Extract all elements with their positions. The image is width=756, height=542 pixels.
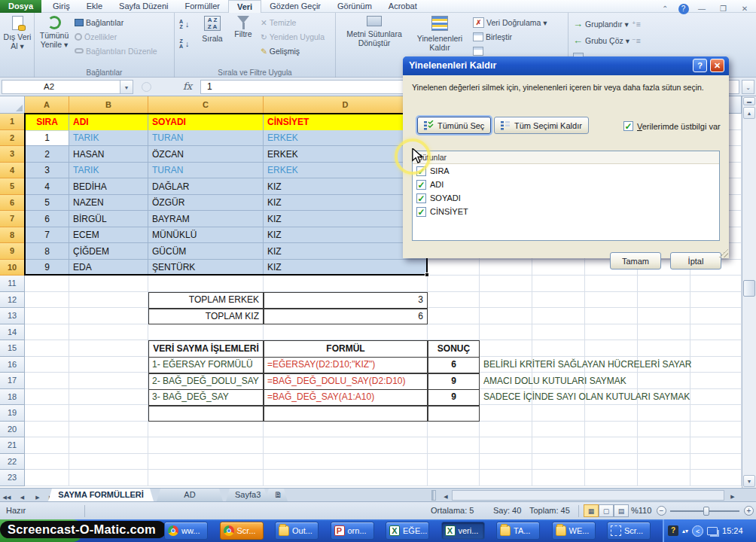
row-header-16[interactable]: 16 (0, 357, 25, 373)
unselect-all-button[interactable]: Tüm Seçimi Kaldır (494, 117, 589, 134)
cell-B5[interactable]: BEDİHA (70, 178, 148, 195)
page-layout-view-icon[interactable]: ▢ (599, 504, 614, 517)
cell-B6[interactable]: NAZEN (70, 195, 148, 212)
ribbon-tab-gözden-geçir[interactable]: Gözden Geçir (261, 0, 329, 13)
row-header-21[interactable]: 21 (0, 437, 25, 454)
fx-icon[interactable]: fx (183, 81, 192, 92)
cell-B9[interactable]: ÇİĞDEM (70, 243, 148, 260)
zoom-slider-thumb[interactable] (703, 507, 709, 516)
cell-C16[interactable]: 1- EĞERSAY FORMÜLÜ (149, 357, 263, 373)
collapse-tray-icon[interactable]: < (692, 525, 703, 537)
ribbon-tab-sayfa-düzeni[interactable]: Sayfa Düzeni (111, 0, 176, 13)
cell-D17[interactable]: =BAĞ_DEĞ_DOLU_SAY(D2:D10) (264, 373, 427, 389)
sort-button[interactable]: A ZZ A Sırala (197, 16, 227, 43)
sheet-tab-sayma-formülleri̇[interactable]: SAYMA FORMÜLLERİ (48, 489, 154, 501)
advanced-button[interactable]: ✎Gelişmiş (261, 44, 300, 57)
checkbox-checked-icon[interactable]: ✓ (416, 180, 426, 190)
close-button[interactable]: ✕ (736, 4, 753, 14)
column-header-B[interactable]: B (69, 96, 148, 114)
cell-C5[interactable]: DAĞLAR (149, 178, 263, 195)
cell-B7[interactable]: BİRGÜL (70, 211, 148, 227)
row-header-10[interactable]: 10 (0, 260, 25, 276)
window-resize-corner[interactable] (738, 489, 756, 502)
row-header-20[interactable]: 20 (0, 422, 25, 438)
get-external-data-button[interactable]: Dış Veri Al ▾ (2, 16, 32, 50)
hide-icons-icon[interactable]: ▴▾ (682, 528, 688, 534)
row-header-12[interactable]: 12 (0, 292, 25, 309)
cell-B4[interactable]: TARIK (70, 163, 148, 179)
ungroup-button[interactable]: ←Grubu Çöz ▾ (573, 34, 629, 47)
collapse-ribbon-icon[interactable]: ⌃ (657, 4, 673, 14)
row-header-4[interactable]: 4 (0, 163, 25, 179)
row-header-22[interactable]: 22 (0, 454, 25, 470)
taskbar-button-3-ppt[interactable]: Porn... (331, 522, 374, 540)
taskbar-button-4-excel[interactable]: XEĞE... (386, 522, 429, 540)
row-header-15[interactable]: 15 (0, 340, 25, 357)
v-split-handle[interactable]: ▬ (743, 97, 755, 105)
row-header-23[interactable]: 23 (0, 470, 25, 486)
row-header-6[interactable]: 6 (0, 195, 25, 212)
taskbar-button-7-folder[interactable]: WE... (552, 522, 596, 540)
ribbon-tab-formüller[interactable]: Formüller (176, 0, 227, 13)
dialog-resize-grip[interactable] (719, 248, 728, 257)
taskbar-button-8-dashed[interactable]: Scr... (607, 522, 651, 540)
dialog-column-item-sira[interactable]: ✓SIRA (413, 164, 719, 178)
ribbon-tab-ekle[interactable]: Ekle (78, 0, 111, 13)
column-header-A[interactable]: A (25, 96, 69, 114)
dialog-column-item-soyadi[interactable]: ✓SOYADI (413, 191, 719, 205)
scroll-right-icon[interactable]: ▶ (727, 492, 738, 502)
zoom-in-icon[interactable]: + (744, 506, 754, 516)
hide-detail-icon[interactable]: ⁻≡ (632, 34, 641, 47)
cell-E16[interactable]: 6 (428, 357, 479, 373)
page-break-view-icon[interactable]: ▤ (614, 504, 629, 517)
cell-A3[interactable]: 2 (26, 146, 69, 163)
filter-button[interactable]: Filtre (229, 16, 258, 38)
my-data-has-headers-checkbox[interactable]: ✓ Verilerimde üstbilgi var (623, 121, 721, 131)
zoom-out-icon[interactable]: − (657, 506, 666, 516)
remove-duplicates-button[interactable]: Yinelenenleri Kaldır (410, 16, 470, 52)
name-box-dropdown-icon[interactable]: ▼ (120, 80, 133, 94)
dialog-close-icon[interactable]: ✕ (710, 59, 724, 72)
row-header-7[interactable]: 7 (0, 211, 25, 227)
row-header-14[interactable]: 14 (0, 324, 25, 341)
scroll-up-icon[interactable]: ▲ (743, 107, 755, 119)
properties-button[interactable]: Özellikler (75, 30, 117, 43)
cancel-button[interactable]: İptal (670, 252, 721, 269)
normal-view-icon[interactable]: ▦ (584, 504, 599, 517)
row-header-18[interactable]: 18 (0, 389, 25, 406)
insert-worksheet-tab[interactable]: 🗎 (265, 489, 288, 501)
show-detail-icon[interactable]: ⁺≡ (632, 17, 641, 30)
dialog-title[interactable]: Yinelenenleri Kaldır (403, 56, 729, 75)
text-to-columns-button[interactable]: Metni Sütunlara Dönüştür (342, 16, 407, 47)
vertical-scrollbar[interactable]: ▬ ▲ ▼ (742, 96, 756, 488)
dialog-column-item-adi[interactable]: ✓ADI (413, 178, 719, 191)
scroll-down-icon[interactable]: ▼ (743, 475, 755, 487)
column-header-C[interactable]: C (148, 96, 264, 114)
edit-links-button[interactable]: Bağlantıları Düzenle (75, 44, 157, 57)
cell-B1[interactable]: ADI (70, 114, 148, 130)
cell-C15[interactable]: VERİ SAYMA İŞLEMLERİ (149, 340, 263, 357)
cell-A7[interactable]: 6 (26, 211, 69, 227)
cell-D15[interactable]: FORMÜL (264, 340, 427, 357)
cell-C10[interactable]: ŞENTÜRK (149, 260, 263, 276)
taskbar-button-0-chrome[interactable]: ww... (164, 522, 208, 540)
cell-A5[interactable]: 4 (26, 178, 69, 195)
ribbon-tab-görünüm[interactable]: Görünüm (329, 0, 380, 13)
cell-A2[interactable]: 1 (26, 130, 69, 147)
v-scroll-thumb[interactable] (743, 280, 755, 297)
connections-button[interactable]: Bağlantılar (75, 16, 123, 29)
help-tray-icon[interactable]: ? (668, 525, 678, 536)
cell-A4[interactable]: 3 (26, 163, 69, 179)
refresh-all-button[interactable]: Tümünü Yenile ▾ (36, 16, 72, 49)
cell-C1[interactable]: SOYADI (149, 114, 263, 130)
cell-C13[interactable]: TOPLAM KIZ (149, 308, 263, 324)
cell-B10[interactable]: EDA (70, 260, 148, 276)
horizontal-scrollbar[interactable] (452, 490, 724, 501)
cell-C7[interactable]: BAYRAM (149, 211, 263, 227)
ok-button[interactable]: Tamam (610, 252, 661, 269)
taskbar-button-1-chrome[interactable]: Scr... (220, 522, 264, 540)
restore-button[interactable]: ❐ (715, 4, 732, 14)
cell-D10[interactable]: KIZ (264, 260, 427, 276)
row-header-9[interactable]: 9 (0, 243, 25, 260)
ribbon-tab-acrobat[interactable]: Acrobat (380, 0, 425, 13)
